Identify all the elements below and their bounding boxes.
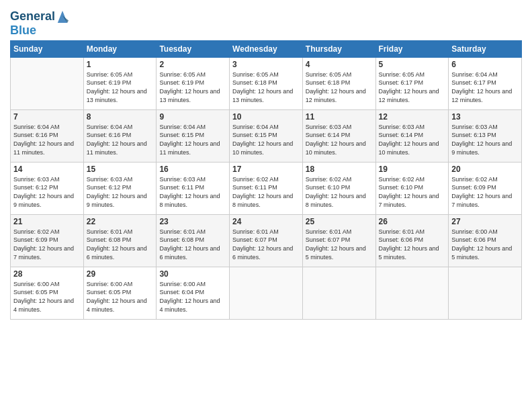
weekday-header-row: SundayMondayTuesdayWednesdayThursdayFrid…	[11, 40, 522, 57]
day-info: Sunrise: 6:03 AMSunset: 6:14 PMDaylight:…	[306, 123, 373, 156]
day-number: 10	[232, 112, 300, 122]
day-number: 29	[87, 269, 154, 279]
calendar-cell: 3Sunrise: 6:05 AMSunset: 6:18 PMDaylight…	[230, 57, 303, 109]
day-number: 18	[306, 165, 373, 174]
day-number: 14	[13, 165, 81, 174]
calendar-cell: 8Sunrise: 6:04 AMSunset: 6:16 PMDaylight…	[83, 109, 157, 162]
day-info: Sunrise: 6:05 AMSunset: 6:19 PMDaylight:…	[159, 71, 226, 104]
weekday-header-tuesday: Tuesday	[157, 40, 230, 57]
logo: General Blue	[10, 9, 67, 38]
day-info: Sunrise: 6:05 AMSunset: 6:18 PMDaylight:…	[306, 71, 373, 104]
header: General Blue	[10, 7, 522, 38]
day-info: Sunrise: 6:05 AMSunset: 6:18 PMDaylight:…	[232, 71, 300, 104]
calendar-cell: 28Sunrise: 6:00 AMSunset: 6:05 PMDayligh…	[11, 267, 84, 319]
calendar-cell	[11, 57, 84, 109]
calendar-cell: 2Sunrise: 6:05 AMSunset: 6:19 PMDaylight…	[157, 57, 230, 109]
day-info: Sunrise: 6:03 AMSunset: 6:12 PMDaylight:…	[13, 175, 81, 209]
svg-marker-0	[58, 11, 67, 23]
logo-text-general: General	[10, 10, 55, 24]
day-info: Sunrise: 6:01 AMSunset: 6:08 PMDaylight:…	[87, 228, 154, 261]
day-info: Sunrise: 6:00 AMSunset: 6:06 PMDaylight:…	[451, 228, 519, 261]
calendar: SundayMondayTuesdayWednesdayThursdayFrid…	[10, 40, 522, 320]
day-info: Sunrise: 6:04 AMSunset: 6:16 PMDaylight:…	[87, 123, 154, 156]
calendar-cell	[230, 267, 303, 319]
calendar-cell	[302, 267, 375, 319]
day-info: Sunrise: 6:01 AMSunset: 6:08 PMDaylight:…	[159, 228, 226, 261]
day-info: Sunrise: 6:04 AMSunset: 6:17 PMDaylight:…	[451, 71, 519, 104]
calendar-cell: 9Sunrise: 6:04 AMSunset: 6:15 PMDaylight…	[157, 109, 230, 162]
calendar-cell: 11Sunrise: 6:03 AMSunset: 6:14 PMDayligh…	[302, 109, 375, 162]
calendar-week-row: 7Sunrise: 6:04 AMSunset: 6:16 PMDaylight…	[11, 109, 522, 162]
day-info: Sunrise: 6:03 AMSunset: 6:11 PMDaylight:…	[159, 175, 226, 209]
calendar-cell: 10Sunrise: 6:04 AMSunset: 6:15 PMDayligh…	[230, 109, 303, 162]
day-number: 3	[232, 60, 300, 69]
day-number: 16	[159, 165, 226, 174]
calendar-week-row: 21Sunrise: 6:02 AMSunset: 6:09 PMDayligh…	[11, 214, 522, 267]
calendar-cell: 14Sunrise: 6:03 AMSunset: 6:12 PMDayligh…	[11, 162, 84, 214]
day-info: Sunrise: 6:03 AMSunset: 6:12 PMDaylight:…	[87, 175, 154, 209]
calendar-cell: 1Sunrise: 6:05 AMSunset: 6:19 PMDaylight…	[83, 57, 157, 109]
calendar-cell: 16Sunrise: 6:03 AMSunset: 6:11 PMDayligh…	[157, 162, 230, 214]
day-info: Sunrise: 6:01 AMSunset: 6:06 PMDaylight:…	[379, 228, 446, 261]
calendar-cell: 13Sunrise: 6:03 AMSunset: 6:13 PMDayligh…	[449, 109, 522, 162]
weekday-header-thursday: Thursday	[302, 40, 375, 57]
calendar-cell: 23Sunrise: 6:01 AMSunset: 6:08 PMDayligh…	[157, 214, 230, 267]
weekday-header-sunday: Sunday	[11, 40, 84, 57]
calendar-cell	[375, 267, 449, 319]
calendar-cell: 21Sunrise: 6:02 AMSunset: 6:09 PMDayligh…	[11, 214, 84, 267]
logo-icon	[56, 9, 69, 24]
day-number: 17	[232, 165, 300, 174]
calendar-cell: 29Sunrise: 6:00 AMSunset: 6:05 PMDayligh…	[83, 267, 157, 319]
day-info: Sunrise: 6:00 AMSunset: 6:04 PMDaylight:…	[159, 280, 226, 314]
calendar-cell: 19Sunrise: 6:02 AMSunset: 6:10 PMDayligh…	[375, 162, 449, 214]
calendar-cell: 4Sunrise: 6:05 AMSunset: 6:18 PMDaylight…	[302, 57, 375, 109]
day-info: Sunrise: 6:02 AMSunset: 6:10 PMDaylight:…	[306, 175, 373, 209]
day-number: 13	[451, 112, 519, 122]
day-number: 4	[306, 60, 373, 69]
day-number: 22	[87, 217, 154, 226]
day-info: Sunrise: 6:05 AMSunset: 6:17 PMDaylight:…	[379, 71, 446, 104]
day-number: 19	[379, 165, 446, 174]
day-number: 20	[451, 165, 519, 174]
calendar-cell: 24Sunrise: 6:01 AMSunset: 6:07 PMDayligh…	[230, 214, 303, 267]
day-info: Sunrise: 6:01 AMSunset: 6:07 PMDaylight:…	[232, 228, 300, 261]
day-number: 26	[379, 217, 446, 226]
calendar-week-row: 28Sunrise: 6:00 AMSunset: 6:05 PMDayligh…	[11, 267, 522, 319]
calendar-cell: 25Sunrise: 6:01 AMSunset: 6:07 PMDayligh…	[302, 214, 375, 267]
day-number: 21	[13, 217, 81, 226]
logo-text-blue: Blue	[10, 24, 36, 37]
calendar-cell: 30Sunrise: 6:00 AMSunset: 6:04 PMDayligh…	[157, 267, 230, 319]
calendar-cell	[449, 267, 522, 319]
calendar-cell: 17Sunrise: 6:02 AMSunset: 6:11 PMDayligh…	[230, 162, 303, 214]
day-number: 1	[87, 60, 154, 69]
weekday-header-friday: Friday	[375, 40, 449, 57]
calendar-cell: 26Sunrise: 6:01 AMSunset: 6:06 PMDayligh…	[375, 214, 449, 267]
calendar-cell: 20Sunrise: 6:02 AMSunset: 6:09 PMDayligh…	[449, 162, 522, 214]
calendar-cell: 7Sunrise: 6:04 AMSunset: 6:16 PMDaylight…	[11, 109, 84, 162]
day-info: Sunrise: 6:03 AMSunset: 6:13 PMDaylight:…	[451, 123, 519, 156]
day-number: 5	[379, 60, 446, 69]
page: General Blue SundayMondayTuesdayWednesda…	[0, 0, 532, 411]
day-number: 23	[159, 217, 226, 226]
calendar-cell: 12Sunrise: 6:03 AMSunset: 6:14 PMDayligh…	[375, 109, 449, 162]
day-number: 15	[87, 165, 154, 174]
day-number: 7	[13, 112, 81, 122]
day-info: Sunrise: 6:04 AMSunset: 6:15 PMDaylight:…	[159, 123, 226, 156]
day-number: 28	[13, 269, 81, 279]
calendar-cell: 6Sunrise: 6:04 AMSunset: 6:17 PMDaylight…	[449, 57, 522, 109]
weekday-header-saturday: Saturday	[449, 40, 522, 57]
day-number: 30	[159, 269, 226, 279]
day-number: 2	[159, 60, 226, 69]
weekday-header-wednesday: Wednesday	[230, 40, 303, 57]
day-number: 11	[306, 112, 373, 122]
day-info: Sunrise: 6:02 AMSunset: 6:09 PMDaylight:…	[451, 175, 519, 209]
day-info: Sunrise: 6:04 AMSunset: 6:15 PMDaylight:…	[232, 123, 300, 156]
day-info: Sunrise: 6:02 AMSunset: 6:11 PMDaylight:…	[232, 175, 300, 209]
calendar-week-row: 1Sunrise: 6:05 AMSunset: 6:19 PMDaylight…	[11, 57, 522, 109]
day-number: 12	[379, 112, 446, 122]
day-number: 24	[232, 217, 300, 226]
day-info: Sunrise: 6:02 AMSunset: 6:09 PMDaylight:…	[13, 228, 81, 261]
calendar-cell: 5Sunrise: 6:05 AMSunset: 6:17 PMDaylight…	[375, 57, 449, 109]
day-number: 27	[451, 217, 519, 226]
weekday-header-monday: Monday	[83, 40, 157, 57]
